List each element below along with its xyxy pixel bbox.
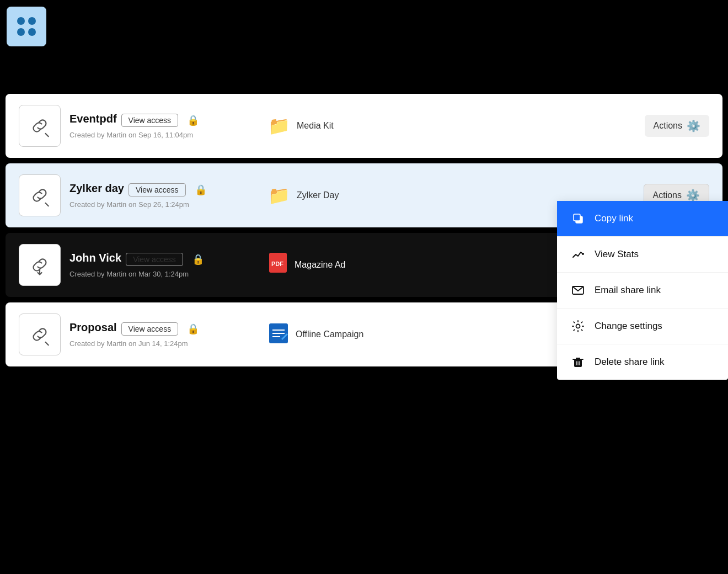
doc-icon <box>268 322 289 347</box>
svg-rect-6 <box>574 359 582 367</box>
delete-share-icon <box>570 354 586 370</box>
folder-section: 📁 Media Kit <box>268 115 645 136</box>
row-title: Proposal <box>69 321 117 334</box>
row-info: John Vick View access 🔒 Created by Marti… <box>69 252 246 278</box>
view-stats-label: View Stats <box>595 249 639 260</box>
logo-dot-4 <box>28 28 36 36</box>
logo-dots <box>17 17 36 36</box>
dropdown-item-delete-share[interactable]: Delete share link <box>557 344 728 380</box>
actions-section: Actions ⚙️ <box>645 115 709 137</box>
actions-label: Actions <box>654 121 682 131</box>
link-icon <box>28 253 51 277</box>
link-icon-box <box>19 244 61 286</box>
row-title: Zylker day <box>69 182 124 195</box>
logo-dot-3 <box>17 28 25 36</box>
row-meta: Created by Martin on Jun 14, 1:24pm <box>69 339 246 348</box>
logo-dot-2 <box>28 17 36 25</box>
view-access-button[interactable]: View access <box>126 253 183 266</box>
view-stats-icon <box>570 247 586 262</box>
link-icon <box>28 323 51 346</box>
dropdown-item-copy-link[interactable]: Copy link <box>557 201 728 237</box>
lock-icon: 🔒 <box>187 114 199 126</box>
folder-name: Offline Campaign <box>296 329 363 339</box>
main-content: Eventpdf View access 🔒 Created by Martin… <box>6 94 722 366</box>
list-item: Eventpdf View access 🔒 Created by Martin… <box>6 94 722 158</box>
copy-link-label: Copy link <box>595 213 633 224</box>
change-settings-label: Change settings <box>595 321 662 332</box>
pdf-icon: PDF <box>268 252 288 278</box>
dropdown-item-email-share[interactable]: Email share link <box>557 273 728 309</box>
lock-icon: 🔒 <box>192 253 204 265</box>
delete-share-label: Delete share link <box>595 357 665 368</box>
email-share-label: Email share link <box>595 285 661 296</box>
lock-icon: 🔒 <box>187 323 199 335</box>
folder-name: Media Kit <box>297 121 334 131</box>
svg-text:PDF: PDF <box>271 261 283 267</box>
gear-icon: ⚙️ <box>686 189 700 202</box>
row-title: Eventpdf <box>69 113 117 125</box>
row-title: John Vick <box>69 252 121 264</box>
view-access-button[interactable]: View access <box>121 322 179 336</box>
row-meta: Created by Martin on Sep 26, 1:24pm <box>69 200 246 209</box>
actions-button[interactable]: Actions ⚙️ <box>645 115 709 137</box>
dropdown-item-change-settings[interactable]: Change settings <box>557 309 728 344</box>
change-settings-icon <box>570 318 586 334</box>
actions-dropdown: Copy link View Stats <box>557 201 728 380</box>
folder-name: Zylker Day <box>297 190 339 200</box>
row-info: Proposal View access 🔒 Created by Martin… <box>69 321 246 348</box>
lock-icon: 🔒 <box>195 184 207 196</box>
link-icon-box <box>19 313 61 355</box>
link-icon-box <box>19 174 61 216</box>
logo-dot-1 <box>17 17 25 25</box>
view-access-button[interactable]: View access <box>121 114 179 127</box>
row-info: Eventpdf View access 🔒 Created by Martin… <box>69 113 246 139</box>
gear-icon: ⚙️ <box>687 119 700 132</box>
folder-name: Magazine Ad <box>295 260 346 270</box>
view-access-button[interactable]: View access <box>129 183 186 196</box>
copy-link-icon <box>570 211 586 226</box>
link-icon <box>28 184 51 207</box>
row-info: Zylker day View access 🔒 Created by Mart… <box>69 182 246 209</box>
folder-icon: 📁 <box>268 185 290 206</box>
list-item: Zylker day View access 🔒 Created by Mart… <box>6 163 722 227</box>
row-meta: Created by Martin on Sep 16, 11:04pm <box>69 131 246 139</box>
link-icon-box <box>19 105 61 147</box>
dropdown-item-view-stats[interactable]: View Stats <box>557 237 728 273</box>
email-share-icon <box>570 283 586 298</box>
app-logo <box>7 7 46 46</box>
row-meta: Created by Martin on Mar 30, 1:24pm <box>69 270 246 278</box>
svg-point-0 <box>46 134 47 135</box>
actions-label: Actions <box>653 190 682 200</box>
svg-point-3 <box>582 253 584 255</box>
link-icon <box>28 114 51 137</box>
svg-point-5 <box>576 325 580 328</box>
svg-rect-2 <box>574 214 580 221</box>
folder-icon: 📁 <box>268 115 290 136</box>
